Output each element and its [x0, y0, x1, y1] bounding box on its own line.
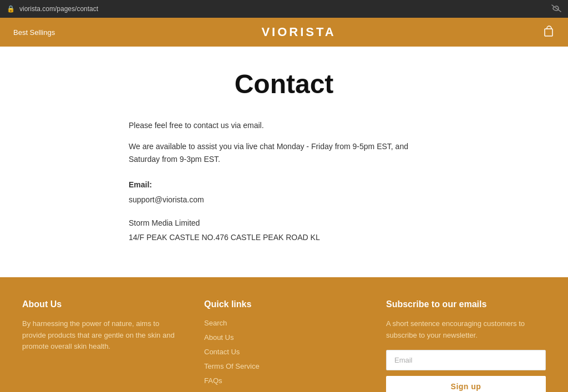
footer-about-text: By harnessing the power of nature, aims …	[22, 318, 182, 353]
signup-button[interactable]: Sign up	[386, 376, 546, 392]
intro-text-2: We are available to assist you via live …	[129, 140, 439, 165]
intro-text-1: Please feel free to contact us via email…	[129, 119, 439, 131]
list-item: Terms Of Service	[204, 362, 364, 370]
footer-subscribe-heading: Subscribe to our emails	[386, 299, 546, 309]
footer-quick-links-heading: Quick links	[204, 299, 364, 309]
footer-subscribe-text: A short sentence encouraging customers t…	[386, 318, 546, 342]
page-title: Contact	[33, 69, 535, 99]
browser-url: viorista.com/pages/contact	[19, 5, 547, 13]
nav-cart-icon[interactable]	[542, 25, 555, 40]
nav-best-sellings[interactable]: Best Sellings	[13, 28, 55, 37]
footer-subscribe: Subscribe to our emails A short sentence…	[386, 299, 546, 392]
company-address: 14/F PEAK CASTLE NO.476 CASTLE PEAK ROAD…	[129, 231, 439, 243]
footer-about: About Us By harnessing the power of natu…	[22, 299, 182, 392]
link-contact-us[interactable]: Contact Us	[204, 348, 240, 356]
footer-quick-links: Quick links Search About Us Contact Us T…	[204, 299, 364, 392]
link-terms[interactable]: Terms Of Service	[204, 362, 260, 370]
list-item: Search	[204, 318, 364, 327]
nav: Best Sellings VIORISTA	[0, 18, 568, 47]
link-about-us[interactable]: About Us	[204, 333, 234, 342]
link-search[interactable]: Search	[204, 319, 227, 327]
email-label: Email:	[129, 179, 439, 191]
email-input[interactable]	[386, 350, 546, 370]
browser-eye-icon	[551, 4, 561, 14]
main-content: Contact Please feel free to contact us v…	[0, 47, 568, 277]
list-item: FAQs	[204, 376, 364, 385]
browser-lock-icon: 🔒	[7, 5, 15, 13]
email-value: support@viorista.com	[129, 194, 439, 206]
footer-about-heading: About Us	[22, 299, 182, 309]
company-name: Storm Media Limited	[129, 217, 439, 229]
link-faqs[interactable]: FAQs	[204, 376, 222, 385]
svg-rect-0	[545, 29, 552, 36]
email-input-wrap	[386, 350, 546, 370]
list-item: Contact Us	[204, 347, 364, 356]
footer-links-list: Search About Us Contact Us Terms Of Serv…	[204, 318, 364, 392]
browser-bar: 🔒 viorista.com/pages/contact	[0, 0, 568, 18]
nav-logo[interactable]: VIORISTA	[261, 25, 336, 39]
footer: About Us By harnessing the power of natu…	[0, 277, 568, 392]
contact-body: Please feel free to contact us via email…	[129, 119, 439, 244]
list-item: About Us	[204, 333, 364, 342]
